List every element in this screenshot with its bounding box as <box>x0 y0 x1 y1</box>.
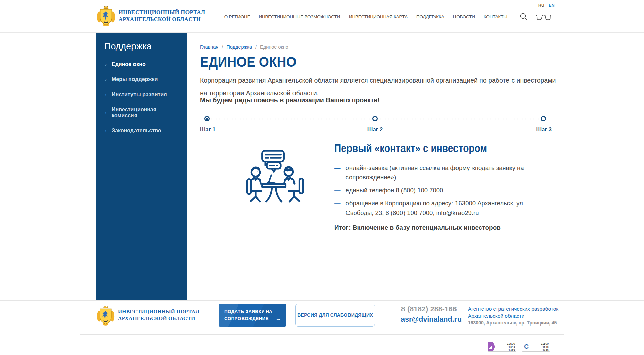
step-3-label[interactable]: Шаг 3 <box>536 126 552 133</box>
dash-marker-icon: — <box>334 163 341 182</box>
nav-item-investment-map[interactable]: ИНВЕСТИЦИОННАЯ КАРТА <box>349 14 408 19</box>
chevron-right-icon: › <box>105 92 107 97</box>
agency-link[interactable]: Агентство стратегических разработок Арха… <box>468 305 558 319</box>
sidebar-item-single-window[interactable]: › Единое окно <box>104 57 181 72</box>
page-title: ЕДИНОЕ ОКНО <box>200 54 297 70</box>
intro-bold-paragraph: Мы будем рады помочь в реализации Вашего… <box>200 96 380 104</box>
section-heading: Первый «контакт» с инвестором <box>334 142 528 155</box>
sidebar-item-legislation[interactable]: › Законодательство <box>104 123 181 138</box>
dash-marker-icon: — <box>334 186 341 195</box>
list-item-text: единый телефон 8 (800) 100 7000 <box>346 186 443 195</box>
bar-chart-icon <box>488 342 495 351</box>
footer-phone: 8 (8182) 288-166 <box>401 305 457 313</box>
result-text: Итог: Включение в базу потенциальных инв… <box>334 224 554 231</box>
chevron-right-icon: › <box>105 128 107 133</box>
list-item: — единый телефон 8 (800) 100 7000 <box>334 186 554 195</box>
sidebar-item-development-institutes[interactable]: › Институты развития <box>104 87 181 102</box>
accessibility-glasses-icon[interactable] <box>536 14 552 20</box>
intro-paragraph: Корпорация развития Архангельской област… <box>200 74 560 99</box>
metrika-counter-numbers: 21500 4848 4386 <box>495 342 516 351</box>
site-logo-text: ИНВЕСТИЦИОННЫЙ ПОРТАЛ АРХАНГЕЛЬСКОЙ ОБЛА… <box>119 9 205 23</box>
page: ИНВЕСТИЦИОННЫЙ ПОРТАЛ АРХАНГЕЛЬСКОЙ ОБЛА… <box>0 0 644 355</box>
nav-item-region[interactable]: О РЕГИОНЕ <box>224 14 250 19</box>
site-logo[interactable]: ИНВЕСТИЦИОННЫЙ ПОРТАЛ АРХАНГЕЛЬСКОЙ ОБЛА… <box>96 5 205 27</box>
logo-line-2: АРХАНГЕЛЬСКОЙ ОБЛАСТИ <box>118 315 199 322</box>
footer-divider <box>0 300 644 301</box>
step-1-dot[interactable] <box>204 116 210 121</box>
sidebar-menu: › Единое окно › Меры поддержки › Институ… <box>96 57 187 138</box>
nav-item-support[interactable]: ПОДДЕРЖКА <box>416 14 444 19</box>
list-item-text: онлайн-заявка (активная ссылка на форму … <box>346 163 554 182</box>
steps-progress: Шаг 1 Шаг 2 Шаг 3 <box>200 116 552 136</box>
search-icon[interactable] <box>520 13 528 21</box>
step-content: Первый «контакт» с инвестором — онлайн-з… <box>334 142 554 231</box>
list-item-text: обращение в Корпорацию по адресу: 163000… <box>346 199 554 218</box>
logo-line-1: ИНВЕСТИЦИОННЫЙ ПОРТАЛ <box>119 9 205 16</box>
sputnik-counter-numbers: 21500 4848 4386 <box>530 342 550 351</box>
list-item: — онлайн-заявка (активная ссылка на форм… <box>334 163 554 182</box>
sidebar-item-investment-commission[interactable]: › Инвестиционная комиссия <box>104 102 181 123</box>
logo-line-1: ИНВЕСТИЦИОННЫЙ ПОРТАЛ <box>118 308 199 315</box>
nav-item-contacts[interactable]: КОНТАКТЫ <box>484 14 507 19</box>
apply-button-line2: СОПРОВОЖДЕНИЕ <box>224 315 269 322</box>
breadcrumb: Главная / Поддержка / Единое окно <box>200 44 288 50</box>
footer-logo[interactable]: ИНВЕСТИЦИОННЫЙ ПОРТАЛ АРХАНГЕЛЬСКОЙ ОБЛА… <box>96 304 199 326</box>
breadcrumb-current: Единое окно <box>260 44 288 50</box>
breadcrumb-support[interactable]: Поддержка <box>226 44 252 50</box>
nav-item-news[interactable]: НОВОСТИ <box>453 14 475 19</box>
step-1-label[interactable]: Шаг 1 <box>200 126 215 133</box>
sidebar-item-support-measures[interactable]: › Меры поддержки <box>104 72 181 87</box>
chevron-right-icon: › <box>105 110 107 115</box>
footer-address: 163000, Архангельск, пр. Троицкий, 45 <box>468 320 557 326</box>
nav-item-opportunities[interactable]: ИНВЕСТИЦИОННЫЕ ВОЗМОЖНОСТИ <box>259 14 340 19</box>
apply-for-support-button[interactable]: ПОДАТЬ ЗАЯВКУ НА СОПРОВОЖДЕНИЕ → <box>219 304 286 327</box>
dash-marker-icon: — <box>334 199 341 218</box>
arrow-right-icon: → <box>276 315 281 322</box>
breadcrumb-home[interactable]: Главная <box>200 44 218 50</box>
step-2-dot[interactable] <box>372 116 378 121</box>
sidebar-item-label: Институты развития <box>112 92 167 97</box>
main-nav: О РЕГИОНЕ ИНВЕСТИЦИОННЫЕ ВОЗМОЖНОСТИ ИНВ… <box>224 14 507 19</box>
step-3-dot[interactable] <box>541 116 546 121</box>
visually-impaired-label: ВЕРСИЯ ДЛЯ СЛАБОВИДЯЩИХ <box>297 312 373 318</box>
chevron-right-icon: › <box>105 76 107 82</box>
sidebar-support: Поддержка › Единое окно › Меры поддержки… <box>96 32 187 300</box>
lang-ru[interactable]: RU <box>538 3 544 8</box>
apply-button-line1: ПОДАТЬ ЗАЯВКУ НА <box>224 308 281 315</box>
language-switcher: RU EN <box>538 3 554 8</box>
sidebar-item-label: Меры поддержки <box>112 76 158 82</box>
bottom-divider <box>80 334 564 335</box>
chevron-right-icon: › <box>105 61 107 67</box>
sidebar-item-label: Законодательство <box>112 128 161 133</box>
sidebar-item-label: Инвестиционная комиссия <box>112 107 156 118</box>
header: ИНВЕСТИЦИОННЫЙ ПОРТАЛ АРХАНГЕЛЬСКОЙ ОБЛА… <box>0 0 644 33</box>
sidebar-item-label: Единое окно <box>112 61 146 67</box>
list-item: — обращение в Корпорацию по адресу: 1630… <box>334 199 554 218</box>
meeting-illustration <box>242 144 308 209</box>
footer-email-link[interactable]: asr@dvinaland.ru <box>401 315 462 324</box>
agency-line-2: Архангельской области <box>468 312 558 319</box>
logo-line-2: АРХАНГЕЛЬСКОЙ ОБЛАСТИ <box>119 16 205 23</box>
contact-options-list: — онлайн-заявка (активная ссылка на форм… <box>334 163 554 218</box>
footer-logo-text: ИНВЕСТИЦИОННЫЙ ПОРТАЛ АРХАНГЕЛЬСКОЙ ОБЛА… <box>118 308 199 322</box>
breadcrumb-separator: / <box>222 44 223 50</box>
sputnik-counter-badge[interactable]: C 21500 4848 4386 <box>522 342 550 352</box>
coat-of-arms-icon <box>96 5 116 27</box>
coat-of-arms-icon <box>96 304 115 326</box>
agency-line-1: Агентство стратегических разработок <box>468 305 558 312</box>
step-2-label[interactable]: Шаг 2 <box>362 126 388 133</box>
lang-en[interactable]: EN <box>549 3 554 8</box>
sputnik-logo-icon: C <box>522 342 530 351</box>
visually-impaired-version-button[interactable]: ВЕРСИЯ ДЛЯ СЛАБОВИДЯЩИХ <box>295 304 375 327</box>
sidebar-title: Поддержка <box>104 41 187 52</box>
counter-value: 4386 <box>508 348 515 351</box>
breadcrumb-separator: / <box>255 44 257 50</box>
two-people-meeting-icon <box>242 144 308 209</box>
metrika-counter-badge[interactable]: 21500 4848 4386 <box>488 342 516 352</box>
counter-value: 4386 <box>542 348 549 351</box>
